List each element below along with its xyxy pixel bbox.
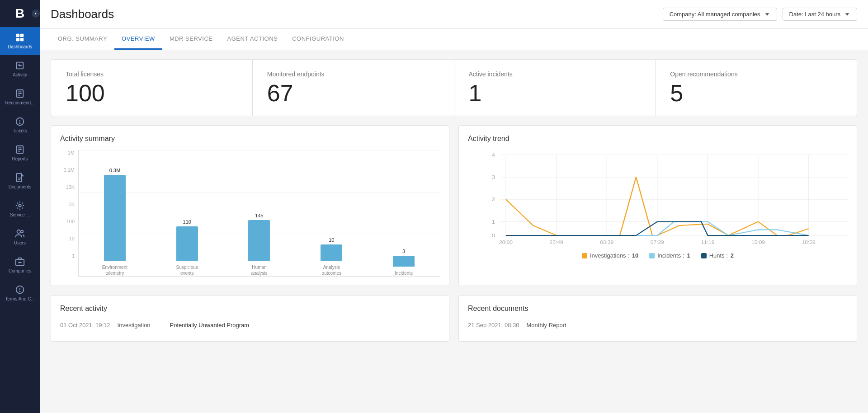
bar-xlabel-2: Human analysis xyxy=(251,264,267,276)
legend-incidents-dot xyxy=(649,253,655,258)
bar-chart-bars: 0.3MEnvironment telemetry110Suspicious e… xyxy=(78,150,440,277)
sidebar-item-recommendations[interactable]: Recommend... xyxy=(0,83,40,111)
active-incidents-value: 1 xyxy=(469,81,641,105)
bar-chart-container: 1M 0.1M 10K 1K 100 10 1 xyxy=(60,150,440,277)
open-recommendations-value: 5 xyxy=(670,81,842,105)
bar-3 xyxy=(321,244,342,261)
bar-value-3: 10 xyxy=(329,237,334,243)
svg-rect-2 xyxy=(20,34,24,37)
sidebar-item-documents-label: Documents xyxy=(9,184,32,190)
recent-activity-type: Investigation xyxy=(118,322,163,329)
activity-summary-title: Activity summary xyxy=(60,135,440,143)
gridline-1 xyxy=(79,150,440,150)
tab-agent-actions[interactable]: AGENT ACTIONS xyxy=(220,29,285,50)
svg-text:20:00: 20:00 xyxy=(499,240,513,245)
sidebar-item-activity[interactable]: Activity xyxy=(0,55,40,83)
svg-text:11:19: 11:19 xyxy=(701,240,714,245)
legend-investigations-dot xyxy=(582,253,587,258)
sidebar-logo: B xyxy=(0,0,40,27)
recent-documents-card: Recent documents 21 Sep 2021, 08:30 Mont… xyxy=(458,295,857,342)
svg-text:23:49: 23:49 xyxy=(550,240,563,245)
stats-row: Total licenses 100 Monitored endpoints 6… xyxy=(51,59,857,116)
bar-1 xyxy=(176,226,198,261)
svg-text:3: 3 xyxy=(492,174,495,180)
active-incidents-label: Active incidents xyxy=(469,70,641,78)
sidebar-item-companies[interactable]: Companies xyxy=(0,251,40,279)
legend-incidents-value: 1 xyxy=(687,252,690,259)
total-licenses-value: 100 xyxy=(66,81,238,105)
sidebar-item-reports[interactable]: Reports xyxy=(0,139,40,167)
page-title: Dashboards xyxy=(51,7,114,21)
svg-point-16 xyxy=(19,123,20,123)
bar-xlabel-4: Incidents xyxy=(395,270,413,276)
bar-2 xyxy=(248,220,270,261)
date-filter-label: Date: Last 24 hours xyxy=(789,11,840,18)
svg-text:03:39: 03:39 xyxy=(600,240,613,245)
recent-activity-title: Recent activity xyxy=(60,305,440,313)
tab-mdr-service[interactable]: MDR SERVICE xyxy=(162,29,220,50)
legend-hunts: Hunts : 2 xyxy=(701,252,734,259)
tab-overview[interactable]: OVERVIEW xyxy=(114,29,162,50)
bar-value-1: 110 xyxy=(183,219,191,225)
svg-text:07:29: 07:29 xyxy=(651,240,664,245)
sidebar-expand-button[interactable] xyxy=(32,9,40,18)
logo-text: B xyxy=(15,6,24,21)
tab-org-summary[interactable]: ORG. SUMMARY xyxy=(51,29,114,50)
bar-group-2: 145Human analysis xyxy=(228,213,291,276)
legend-hunts-value: 2 xyxy=(731,252,734,259)
y-label-1k: 1K xyxy=(60,202,75,207)
svg-point-32 xyxy=(19,291,20,291)
bar-group-0: 0.3MEnvironment telemetry xyxy=(83,168,146,276)
bar-chart-area: 0.3MEnvironment telemetry110Suspicious e… xyxy=(78,150,440,277)
svg-rect-1 xyxy=(16,34,19,37)
recent-documents-item: 21 Sep 2021, 08:30 Monthly Report xyxy=(468,318,848,332)
sidebar-item-service-label: Service ... xyxy=(10,212,30,218)
sidebar-item-dashboards-label: Dashboards xyxy=(8,44,32,50)
svg-text:1: 1 xyxy=(492,219,495,225)
sidebar-item-terms[interactable]: Terms And C... xyxy=(0,279,40,307)
sidebar-item-terms-label: Terms And C... xyxy=(5,296,35,302)
recent-row: Recent activity 01 Oct 2021, 19:12 Inves… xyxy=(51,295,857,342)
sidebar-item-reports-label: Reports xyxy=(12,156,28,162)
bar-4 xyxy=(393,256,415,267)
legend-incidents: Incidents : 1 xyxy=(649,252,690,259)
sidebar-item-documents[interactable]: Documents xyxy=(0,167,40,195)
sidebar-item-companies-label: Companies xyxy=(9,268,32,274)
recent-activity-item: 01 Oct 2021, 19:12 Investigation Potenti… xyxy=(60,318,440,332)
activity-trend-title: Activity trend xyxy=(468,135,848,143)
company-filter-label: Company: All managed companies xyxy=(670,11,760,18)
svg-marker-33 xyxy=(765,13,769,16)
tab-bar: ORG. SUMMARY OVERVIEW MDR SERVICE AGENT … xyxy=(40,29,868,50)
sidebar-item-users[interactable]: Users xyxy=(0,223,40,251)
svg-marker-0 xyxy=(35,13,36,15)
stat-active-incidents: Active incidents 1 xyxy=(454,60,656,116)
activity-trend-chart: Activity trend 4 3 2 1 0 xyxy=(458,125,857,286)
y-label-10: 10 xyxy=(60,236,75,241)
bar-chart-y-axis: 1M 0.1M 10K 1K 100 10 1 xyxy=(60,150,78,277)
activity-summary-chart: Activity summary 1M 0.1M 10K 1K 100 10 1 xyxy=(51,125,449,286)
line-chart-svg: 4 3 2 1 0 20:00 23:49 03:39 07:29 11:19 … xyxy=(468,150,848,245)
legend-hunts-dot xyxy=(701,253,707,258)
legend-hunts-label: Hunts : xyxy=(709,252,728,259)
bar-0 xyxy=(104,175,126,261)
y-label-10k: 10K xyxy=(60,184,75,190)
stat-monitored-endpoints: Monitored endpoints 67 xyxy=(253,60,454,116)
tab-configuration[interactable]: CONFIGURATION xyxy=(285,29,351,50)
svg-point-24 xyxy=(19,204,21,207)
svg-text:2: 2 xyxy=(492,197,495,202)
svg-rect-4 xyxy=(20,38,24,41)
total-licenses-label: Total licenses xyxy=(66,70,238,78)
company-filter-dropdown[interactable]: Company: All managed companies xyxy=(663,8,777,21)
sidebar-item-service[interactable]: Service ... xyxy=(0,195,40,223)
bar-value-2: 145 xyxy=(255,213,263,218)
sidebar-item-dashboards[interactable]: Dashboards xyxy=(0,27,40,55)
recent-activity-desc: Potentially Unwanted Program xyxy=(170,322,440,329)
date-filter-dropdown[interactable]: Date: Last 24 hours xyxy=(783,8,857,21)
legend-investigations-value: 10 xyxy=(632,252,638,259)
legend-investigations: Investigations : 10 xyxy=(582,252,638,259)
stat-open-recommendations: Open recommendations 5 xyxy=(656,60,857,116)
sidebar-item-recommendations-label: Recommend... xyxy=(5,100,34,106)
sidebar-item-tickets[interactable]: Tickets xyxy=(0,111,40,139)
main-content: Dashboards Company: All managed companie… xyxy=(40,0,868,413)
header-controls: Company: All managed companies Date: Las… xyxy=(663,8,857,21)
